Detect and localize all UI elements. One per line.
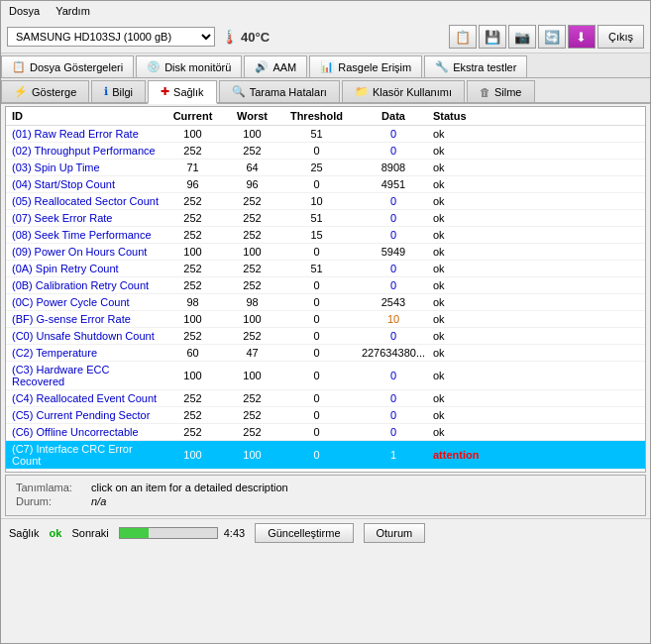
tab-gosterge[interactable]: ⚡ Gösterge	[1, 80, 89, 102]
cell-status: ok	[433, 392, 512, 404]
table-row[interactable]: (0B) Calibration Retry Count 252 252 0 0…	[6, 277, 645, 294]
menu-dosya[interactable]: Dosya	[5, 3, 44, 19]
table-row[interactable]: (09) Power On Hours Count 100 100 0 5949…	[6, 244, 645, 261]
cell-worst: 100	[225, 449, 279, 461]
table-row[interactable]: (C0) Unsafe Shutdown Count 252 252 0 0 o…	[6, 328, 645, 345]
tabs-row2: ⚡ Gösterge ℹ Bilgi ✚ Sağlık 🔍 Tarama Hat…	[1, 78, 650, 104]
session-button[interactable]: Oturum	[364, 523, 426, 543]
tab-dosya-gostergeleri[interactable]: 📋 Dosya Göstergeleri	[1, 55, 134, 77]
table-row[interactable]: (C4) Reallocated Event Count 252 252 0 0…	[6, 390, 645, 407]
menubar: Dosya Yardım	[1, 1, 650, 21]
table-row[interactable]: (07) Seek Error Rate 252 252 51 0 ok	[6, 210, 645, 227]
cell-current: 100	[161, 128, 225, 140]
cell-threshold: 25	[279, 161, 354, 173]
description-label: Tanımlama:	[16, 482, 85, 493]
tab-bilgi[interactable]: ℹ Bilgi	[91, 80, 146, 102]
tab-disk-monitoru[interactable]: 💿 Disk monitörü	[136, 55, 242, 77]
cell-current: 96	[161, 178, 225, 190]
header-threshold: Threshold	[279, 110, 354, 122]
cell-id: (C7) Interface CRC Error Count	[12, 443, 161, 467]
cell-status: ok	[433, 296, 512, 308]
cell-worst: 252	[225, 212, 279, 224]
tab-aam[interactable]: 🔊 AAM	[244, 55, 307, 77]
cell-worst: 252	[225, 279, 279, 291]
cell-threshold: 51	[279, 212, 354, 224]
cell-worst: 100	[225, 128, 279, 140]
cell-status: ok	[433, 472, 512, 473]
description-value: click on an item for a detailed descript…	[91, 482, 288, 493]
cell-data: 0	[354, 128, 433, 140]
download-icon-btn[interactable]: ⬇	[568, 25, 596, 49]
progress-bar-wrap: 4:43	[119, 527, 245, 539]
copy-icon-btn[interactable]: 📋	[449, 25, 477, 49]
tab-klasor-kullanimi[interactable]: 📁 Klasör Kullanımı	[342, 80, 465, 102]
cell-id: (C0) Unsafe Shutdown Count	[12, 330, 161, 342]
cell-id: (C4) Reallocated Event Count	[12, 392, 161, 404]
save-icon-btn[interactable]: 💾	[479, 25, 506, 49]
cell-id: (05) Reallocated Sector Count	[12, 195, 161, 207]
cell-worst: 98	[225, 296, 279, 308]
cell-data: 7	[354, 472, 433, 473]
camera-icon-btn[interactable]: 📷	[508, 25, 536, 49]
table-row[interactable]: (0A) Spin Retry Count 252 252 51 0 ok	[6, 261, 645, 277]
cell-current: 252	[161, 279, 225, 291]
table-row[interactable]: (C5) Current Pending Sector 252 252 0 0 …	[6, 407, 645, 424]
table-row[interactable]: (C6) Offline Uncorrectable 252 252 0 0 o…	[6, 424, 645, 441]
table-row[interactable]: (05) Reallocated Sector Count 252 252 10…	[6, 193, 645, 210]
toolbar: SAMSUNG HD103SJ (1000 gB) 🌡️ 40°C 📋 💾 📷 …	[1, 21, 650, 54]
table-row[interactable]: (04) Start/Stop Count 96 96 0 4951 ok	[6, 176, 645, 193]
update-button[interactable]: Güncelleştirme	[255, 523, 353, 543]
cell-status: attention	[433, 449, 512, 461]
cell-current: 100	[161, 472, 225, 473]
table-row[interactable]: (C8) Write Error Rate 100 100 0 7 ok	[6, 470, 645, 473]
cell-data: 0	[354, 426, 433, 438]
tabs-row1: 📋 Dosya Göstergeleri 💿 Disk monitörü 🔊 A…	[1, 54, 650, 78]
durum-label: Durum:	[16, 495, 85, 507]
table-row[interactable]: (BF) G-sense Error Rate 100 100 0 10 ok	[6, 311, 645, 328]
refresh-icon-btn[interactable]: 🔄	[538, 25, 566, 49]
cell-worst: 252	[225, 392, 279, 404]
main-window: Dosya Yardım SAMSUNG HD103SJ (1000 gB) 🌡…	[0, 0, 651, 644]
tab-silme[interactable]: 🗑 Silme	[467, 80, 535, 102]
table-row[interactable]: (03) Spin Up Time 71 64 25 8908 ok	[6, 160, 645, 176]
disk-select[interactable]: SAMSUNG HD103SJ (1000 gB)	[7, 27, 215, 47]
bilgi-icon: ℹ	[104, 85, 108, 98]
cell-id: (0B) Calibration Retry Count	[12, 279, 161, 291]
cell-data: 0	[354, 392, 433, 404]
cell-threshold: 0	[279, 426, 354, 438]
tab-rasgele-erisim[interactable]: 📊 Rasgele Erişim	[309, 55, 422, 77]
cell-threshold: 15	[279, 229, 354, 241]
cell-data: 0	[354, 263, 433, 274]
tab-tarama-hatalari[interactable]: 🔍 Tarama Hataları	[219, 80, 340, 102]
disk-icon: 💿	[147, 60, 161, 73]
cell-data: 5949	[354, 246, 433, 258]
menu-yardim[interactable]: Yardım	[52, 3, 94, 19]
tab-ekstra-testler[interactable]: 🔧 Ekstra testler	[424, 55, 527, 77]
cell-worst: 100	[225, 370, 279, 381]
rasgele-icon: 📊	[320, 60, 334, 73]
table-row[interactable]: (08) Seek Time Performance 252 252 15 0 …	[6, 227, 645, 244]
cell-id: (BF) G-sense Error Rate	[12, 313, 161, 325]
cell-data: 4951	[354, 178, 433, 190]
header-status: Status	[433, 110, 512, 122]
cell-id: (C6) Offline Uncorrectable	[12, 426, 161, 438]
table-row[interactable]: (02) Throughput Performance 252 252 0 0 …	[6, 143, 645, 160]
cell-current: 100	[161, 246, 225, 258]
cell-status: ok	[433, 161, 512, 173]
tarama-icon: 🔍	[232, 85, 246, 98]
exit-button[interactable]: Çıkış	[597, 25, 644, 49]
table-row[interactable]: (01) Raw Read Error Rate 100 100 51 0 ok	[6, 126, 645, 143]
temperature-display: 🌡️ 40°C	[221, 29, 270, 45]
cell-worst: 100	[225, 246, 279, 258]
table-row[interactable]: (0C) Power Cycle Count 98 98 0 2543 ok	[6, 294, 645, 311]
table-row[interactable]: (C3) Hardware ECC Recovered 100 100 0 0 …	[6, 362, 645, 390]
table-body: (01) Raw Read Error Rate 100 100 51 0 ok…	[6, 126, 645, 473]
table-row[interactable]: (C7) Interface CRC Error Count 100 100 0…	[6, 441, 645, 470]
cell-status: ok	[433, 178, 512, 190]
cell-worst: 252	[225, 330, 279, 342]
cell-worst: 100	[225, 472, 279, 473]
header-current: Current	[161, 110, 225, 122]
tab-saglik[interactable]: ✚ Sağlık	[148, 80, 217, 104]
cell-threshold: 0	[279, 370, 354, 381]
table-row[interactable]: (C2) Temperature 60 47 0 227634380... ok	[6, 345, 645, 362]
